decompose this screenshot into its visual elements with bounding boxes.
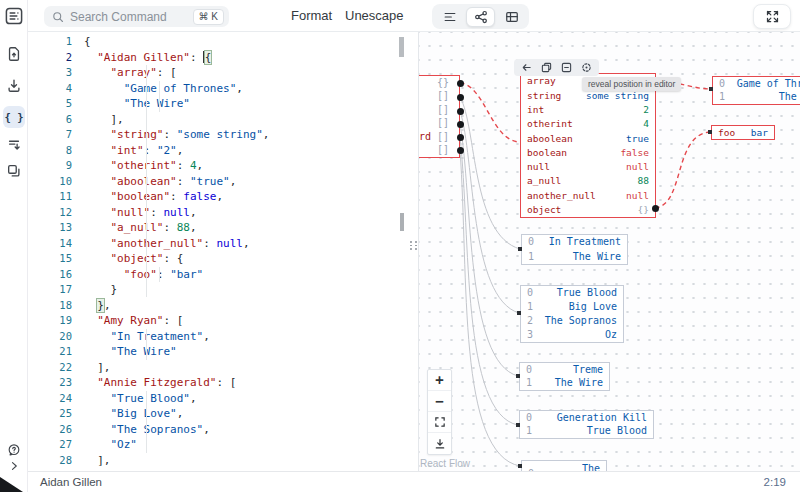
edge-handle-dot[interactable] — [457, 121, 464, 128]
unescape-button[interactable]: Unescape — [345, 8, 404, 23]
pane-divider — [418, 32, 419, 471]
expand-arrows-icon — [765, 9, 780, 24]
collapse-node-icon[interactable] — [561, 62, 572, 73]
node-row: [] — [419, 144, 459, 158]
node-row: abooleantrue — [521, 131, 655, 145]
line-number: 4 — [28, 81, 72, 97]
line-number: 11 — [28, 189, 72, 205]
line-number: 5 — [28, 96, 72, 112]
node-row: 0Game of Thrones — [713, 77, 800, 91]
graph-node-root-object[interactable]: {}[][][]rd[][] — [419, 75, 460, 158]
editor-lines: 1{2 "Aidan Gillen": {3 "array": [4 "Game… — [28, 34, 404, 471]
edge-handle-square — [518, 247, 522, 251]
minify-icon[interactable] — [0, 137, 28, 153]
download-icon[interactable] — [0, 77, 28, 93]
node-row: another_nullnull — [521, 188, 655, 202]
mouse-cursor — [0, 476, 24, 492]
graph-edge — [460, 137, 518, 425]
graph-view-toggle[interactable] — [466, 7, 495, 27]
search-command-bar[interactable]: Search Command ⌘ K — [44, 6, 229, 27]
node-row: 0The Corner — [522, 461, 606, 471]
line-number: 1 — [28, 34, 72, 50]
edge-handle-dot[interactable] — [457, 147, 464, 154]
pane-resize-handle[interactable] — [409, 237, 418, 254]
search-icon — [52, 11, 64, 23]
editor-scrollbar-thumb[interactable] — [399, 37, 404, 57]
focus-node-icon[interactable] — [581, 62, 592, 73]
line-number: 3 — [28, 65, 72, 81]
edge-handle-dot[interactable] — [457, 108, 464, 115]
download-image-icon — [434, 438, 446, 450]
code-line: 25 "Big Love", — [28, 406, 404, 422]
node-row: booleanfalse — [521, 145, 655, 159]
indent-guide — [159, 267, 160, 283]
react-flow-attribution[interactable]: React Flow — [420, 458, 470, 469]
line-number: 24 — [28, 391, 72, 407]
graph-node-object-foo[interactable]: foobar — [711, 125, 775, 140]
chevron-right-icon[interactable] — [0, 460, 28, 472]
reveal-tooltip: reveal position in editor — [582, 77, 681, 91]
format-button[interactable]: Format — [291, 8, 332, 23]
fullscreen-button[interactable] — [753, 4, 791, 29]
zoom-in-button[interactable]: + — [428, 370, 451, 391]
code-line: 4 "Game of Thrones", — [28, 81, 404, 97]
view-toggle-group — [432, 4, 529, 29]
app-window: { } Search Command ⌘ K Format Unescape — [0, 0, 800, 492]
node-row: 0In Treatment — [522, 235, 627, 250]
list-view-toggle[interactable] — [435, 7, 464, 27]
help-chat-icon[interactable] — [0, 443, 28, 457]
graph-node-annie-fitzgerald-list[interactable]: 0True Blood1Big Love2The Sopranos3Oz — [520, 285, 624, 343]
node-row: {} — [419, 76, 459, 90]
edge-handle-square — [708, 130, 712, 134]
edge-handle-dot[interactable] — [457, 134, 464, 141]
indent-guide — [159, 81, 160, 112]
edge-handle-dot[interactable] — [457, 80, 464, 87]
edge-handle-square — [709, 87, 713, 91]
json-code-editor[interactable]: 1{2 "Aidan Gillen": {3 "array": [4 "Game… — [28, 32, 404, 471]
line-number: 16 — [28, 267, 72, 283]
code-line: 6 ], — [28, 112, 404, 128]
graph-node-amy-ryan-list[interactable]: 0In Treatment1The Wire — [521, 234, 628, 265]
layers-icon[interactable] — [0, 163, 28, 179]
line-number: 18 — [28, 298, 72, 314]
node-row: a_null88 — [521, 174, 655, 188]
graph-node-aidan-gillen[interactable]: array[]stringsome stringint2otherint4abo… — [520, 73, 656, 218]
graph-node-the-corner-list[interactable]: 0The Corner — [521, 460, 607, 471]
fit-view-button[interactable] — [428, 412, 451, 433]
upload-file-icon[interactable] — [0, 46, 28, 62]
graph-edge — [655, 132, 710, 208]
flow-graph-icon — [474, 10, 488, 24]
edge-handle-dot[interactable] — [652, 205, 659, 212]
code-line: 9 "otherint": 4, — [28, 158, 404, 174]
graph-node-generation-kill-list[interactable]: 0Generation Kill1True Blood — [519, 410, 654, 439]
node-row: 1Big Love — [521, 300, 623, 314]
line-number: 21 — [28, 344, 72, 360]
json-editor-icon[interactable]: { } — [3, 106, 25, 128]
node-row: foobar — [712, 126, 774, 139]
line-number: 7 — [28, 127, 72, 143]
copy-icon[interactable] — [541, 62, 552, 73]
node-row: object{} — [521, 203, 655, 217]
graph-node-treme-list[interactable]: 0Treme1The Wire — [519, 362, 610, 391]
code-line: 1{ — [28, 34, 404, 50]
line-number: 20 — [28, 329, 72, 345]
line-number: 25 — [28, 406, 72, 422]
search-placeholder: Search Command — [70, 10, 193, 24]
indent-guide — [146, 329, 147, 360]
zoom-out-button[interactable]: − — [428, 391, 451, 412]
download-image-button[interactable] — [428, 433, 451, 454]
editor-scrollbar-mark — [400, 213, 404, 231]
table-view-toggle[interactable] — [497, 7, 526, 27]
node-row: 1The Wire — [520, 377, 609, 391]
code-line: 7 "string": "some string", — [28, 127, 404, 143]
graph-node-array-list[interactable]: 0Game of Thrones1The Wire — [712, 76, 800, 105]
code-line: 11 "boolean": false, — [28, 189, 404, 205]
app-logo-icon[interactable] — [0, 7, 28, 25]
graph-canvas[interactable]: {}[][][]rd[][]array[]stringsome stringin… — [419, 32, 800, 471]
edge-handle-dot[interactable] — [457, 94, 464, 101]
line-number: 22 — [28, 360, 72, 376]
back-arrow-icon[interactable] — [521, 62, 532, 73]
node-row: [] — [419, 103, 459, 117]
line-number: 14 — [28, 236, 72, 252]
edge-handle-square — [516, 423, 520, 427]
